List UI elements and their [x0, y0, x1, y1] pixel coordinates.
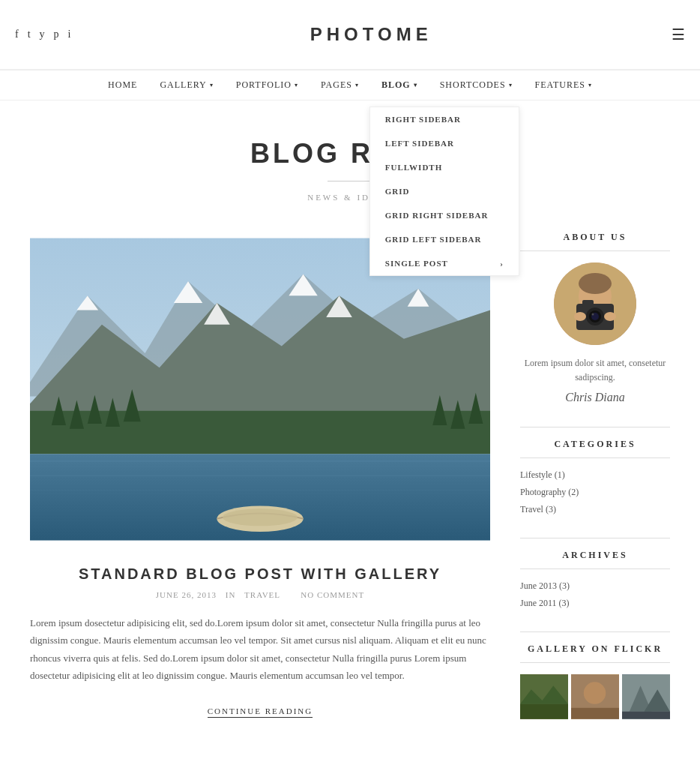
about-title: ABOUT US	[520, 232, 670, 251]
post-content: Lorem ipsum dosectetur adipisicing elit,…	[30, 614, 490, 685]
blog-post: STANDARD BLOG POST WITH GALLERY JUNE 26,…	[30, 232, 490, 718]
nav-blog[interactable]: BLOG ▾ RIGHT SIDEBAR LEFT SIDEBAR FULLWI…	[381, 80, 417, 91]
category-photography[interactable]: Photography (2)	[520, 487, 670, 498]
svg-point-33	[604, 312, 616, 321]
about-signature: Chris Diana	[520, 391, 670, 404]
avatar-svg	[554, 262, 636, 345]
sidebar-flickr: GALLERY ON FLICKR	[520, 644, 670, 719]
nav-gallery[interactable]: GALLERY ▾	[160, 80, 213, 91]
archive-june-2013[interactable]: June 2013 (3)	[520, 580, 670, 592]
social-bar: f t y p i PHOTOME ☰	[0, 0, 700, 70]
content-area: STANDARD BLOG POST WITH GALLERY JUNE 26,…	[30, 232, 490, 742]
nav-home[interactable]: HOME	[108, 80, 137, 91]
category-lifestyle[interactable]: Lifestyle (1)	[520, 470, 670, 481]
post-date: JUNE 26, 2013	[156, 590, 217, 599]
svg-rect-37	[520, 704, 568, 719]
dropdown-grid-left-sidebar[interactable]: GRID LEFT SIDEBAR	[370, 227, 519, 251]
dropdown-single-post[interactable]: SINGLE POST ›	[370, 251, 519, 275]
social-icons: f t y p i	[15, 28, 70, 40]
post-category[interactable]: TRAVEL	[244, 590, 280, 599]
meta-separator: IN	[226, 590, 238, 599]
svg-point-34	[579, 273, 612, 294]
site-logo[interactable]: PHOTOME	[295, 9, 447, 60]
instagram-icon[interactable]: i	[68, 28, 71, 40]
nav-shortcodes[interactable]: SHORTCODES ▾	[440, 80, 513, 91]
continue-reading-wrapper: CONTINUE READING	[30, 704, 490, 718]
mountain-scene-svg	[30, 232, 490, 547]
sidebar: ABOUT US	[520, 232, 670, 742]
post-featured-image[interactable]	[30, 232, 490, 547]
chevron-down-icon: ▾	[588, 82, 592, 88]
flickr-thumb-3[interactable]	[622, 674, 670, 719]
facebook-icon[interactable]: f	[15, 28, 19, 40]
main-nav: HOME GALLERY ▾ PORTFOLIO ▾ PAGES ▾ BLOG …	[0, 70, 700, 100]
flickr-thumb-2[interactable]	[571, 674, 619, 719]
svg-rect-40	[571, 708, 619, 719]
sidebar-about: ABOUT US	[520, 232, 670, 404]
flickr-grid	[520, 674, 670, 719]
about-description: Lorem ipsum dolor sit amet, consetetur s…	[520, 356, 670, 385]
archives-divider	[520, 632, 670, 632]
continue-reading-link[interactable]: CONTINUE READING	[208, 706, 313, 718]
pinterest-icon[interactable]: p	[54, 28, 59, 40]
main-layout: STANDARD BLOG POST WITH GALLERY JUNE 26,…	[0, 217, 700, 757]
dropdown-grid-right-sidebar[interactable]: GRID RIGHT SIDEBAR	[370, 203, 519, 227]
flickr-thumb-1[interactable]	[520, 674, 568, 719]
page-subtitle: NEWS & IDEAS	[15, 193, 685, 202]
categories-title: CATEGORIES	[520, 439, 670, 458]
about-avatar	[554, 262, 636, 345]
dropdown-right-sidebar[interactable]: RIGHT SIDEBAR	[370, 107, 519, 131]
dropdown-fullwidth[interactable]: FULLWIDTH	[370, 155, 519, 179]
twitter-icon[interactable]: t	[28, 28, 31, 40]
flickr-image-2	[571, 674, 619, 719]
svg-point-39	[584, 682, 606, 705]
dropdown-left-sidebar[interactable]: LEFT SIDEBAR	[370, 131, 519, 155]
blog-dropdown: RIGHT SIDEBAR LEFT SIDEBAR FULLWIDTH GRI…	[369, 106, 519, 276]
about-divider	[520, 427, 670, 428]
flickr-image-3	[622, 674, 670, 719]
categories-divider	[520, 538, 670, 538]
category-travel[interactable]: Travel (3)	[520, 504, 670, 515]
header-divider	[328, 181, 372, 182]
nav-pages[interactable]: PAGES ▾	[321, 80, 359, 91]
flickr-title: GALLERY ON FLICKR	[520, 644, 670, 663]
chevron-down-icon: ▾	[355, 82, 359, 88]
chevron-down-icon: ▾	[509, 82, 513, 88]
nav-features[interactable]: FEATURES ▾	[535, 80, 592, 91]
page-title: BLOG RIGHT	[15, 138, 685, 170]
youtube-icon[interactable]: y	[40, 28, 45, 40]
svg-point-23	[223, 508, 298, 526]
svg-rect-27	[582, 300, 594, 308]
archives-title: ARCHIVES	[520, 550, 670, 569]
post-comments[interactable]: NO COMMENT	[301, 590, 364, 599]
archive-june-2011[interactable]: June 2011 (3)	[520, 598, 670, 609]
flickr-image-1	[520, 674, 568, 719]
sidebar-categories: CATEGORIES Lifestyle (1) Photography (2)…	[520, 439, 670, 515]
svg-point-32	[574, 312, 586, 321]
svg-rect-44	[622, 712, 670, 719]
chevron-down-icon: ▾	[414, 82, 417, 88]
post-meta: JUNE 26, 2013 IN TRAVEL NO COMMENT	[30, 590, 490, 599]
chevron-down-icon: ▾	[295, 82, 298, 88]
post-title[interactable]: STANDARD BLOG POST WITH GALLERY	[30, 566, 490, 583]
page-header: BLOG RIGHT NEWS & IDEAS	[0, 100, 700, 217]
meta-spacing	[289, 590, 295, 599]
svg-point-31	[592, 314, 594, 316]
dropdown-grid[interactable]: GRID	[370, 179, 519, 203]
nav-portfolio[interactable]: PORTFOLIO ▾	[236, 80, 298, 91]
sidebar-archives: ARCHIVES June 2013 (3) June 2011 (3)	[520, 550, 670, 609]
hamburger-menu[interactable]: ☰	[672, 26, 685, 44]
chevron-right-icon: ›	[500, 259, 504, 268]
chevron-down-icon: ▾	[210, 82, 214, 88]
